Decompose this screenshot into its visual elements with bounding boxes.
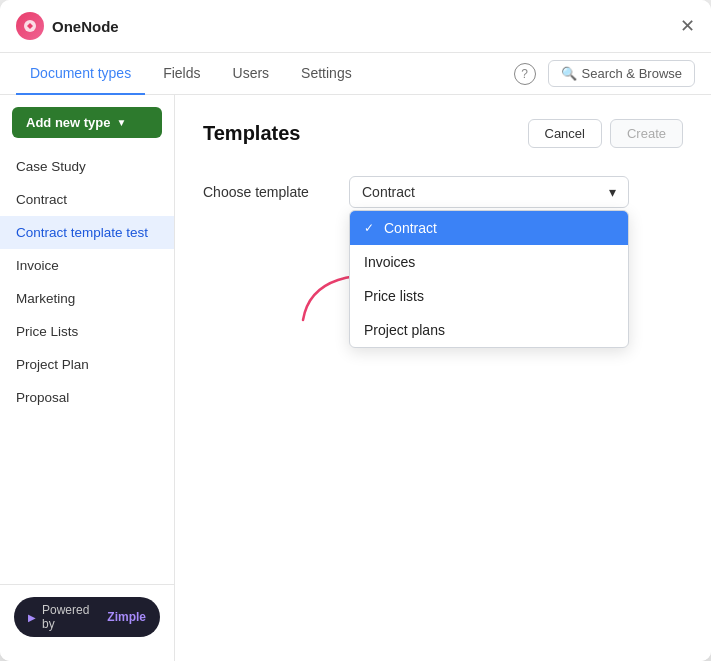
page-title: Templates [203,122,300,145]
body: Add new type ▼ Case Study Contract Contr… [0,95,711,661]
dropdown-item-contract[interactable]: ✓ Contract [350,211,628,245]
check-icon: ✓ [364,221,374,235]
powered-by-badge[interactable]: ▶ Powered by Zimple [14,597,160,637]
dropdown-item-project-plans[interactable]: Project plans [350,313,628,347]
main-header: Templates Cancel Create [203,119,683,148]
help-icon[interactable]: ? [514,63,536,85]
close-icon[interactable]: ✕ [680,17,695,35]
tab-settings[interactable]: Settings [287,53,366,95]
nav-bar: Document types Fields Users Settings ? 🔍… [0,53,711,95]
sidebar-item-case-study[interactable]: Case Study [0,150,174,183]
sidebar-item-marketing[interactable]: Marketing [0,282,174,315]
search-label: Search & Browse [582,66,682,81]
header-buttons: Cancel Create [528,119,684,148]
app-title: OneNode [52,18,119,35]
choose-template-label: Choose template [203,184,333,200]
dropdown-option-project-plans: Project plans [364,322,445,338]
app-window: OneNode ✕ Document types Fields Users Se… [0,0,711,661]
main-content: Templates Cancel Create Choose template … [175,95,711,661]
template-select[interactable]: Contract ▾ [349,176,629,208]
sidebar: Add new type ▼ Case Study Contract Contr… [0,95,175,661]
sidebar-item-proposal[interactable]: Proposal [0,381,174,414]
dropdown-option-invoices: Invoices [364,254,415,270]
play-icon: ▶ [28,612,36,623]
sidebar-footer: ▶ Powered by Zimple [0,584,174,649]
template-dropdown-wrapper: Contract ▾ ✓ Contract Invoices Price lis… [349,176,629,208]
dropdown-arrow-icon: ▼ [117,117,127,128]
dropdown-option-contract: Contract [384,220,437,236]
add-new-type-button[interactable]: Add new type ▼ [12,107,162,138]
sidebar-item-invoice[interactable]: Invoice [0,249,174,282]
add-new-type-label: Add new type [26,115,111,130]
brand-label: Zimple [107,610,146,624]
sidebar-item-contract[interactable]: Contract [0,183,174,216]
tab-users[interactable]: Users [219,53,284,95]
dropdown-item-invoices[interactable]: Invoices [350,245,628,279]
search-icon: 🔍 [561,66,577,81]
chevron-down-icon: ▾ [609,184,616,200]
dropdown-item-price-lists[interactable]: Price lists [350,279,628,313]
cancel-button[interactable]: Cancel [528,119,602,148]
sidebar-item-contract-template-test[interactable]: Contract template test [0,216,174,249]
title-bar-left: OneNode [16,12,119,40]
app-logo [16,12,44,40]
template-dropdown-menu: ✓ Contract Invoices Price lists Project … [349,210,629,348]
tab-fields[interactable]: Fields [149,53,214,95]
create-button[interactable]: Create [610,119,683,148]
search-button[interactable]: 🔍 Search & Browse [548,60,695,87]
sidebar-item-project-plan[interactable]: Project Plan [0,348,174,381]
tab-document-types[interactable]: Document types [16,53,145,95]
selected-value: Contract [362,184,415,200]
dropdown-option-price-lists: Price lists [364,288,424,304]
choose-template-row: Choose template Contract ▾ ✓ Contract In… [203,176,683,208]
sidebar-item-price-lists[interactable]: Price Lists [0,315,174,348]
nav-right: ? 🔍 Search & Browse [514,60,695,87]
powered-by-label: Powered by [42,603,101,631]
title-bar: OneNode ✕ [0,0,711,53]
